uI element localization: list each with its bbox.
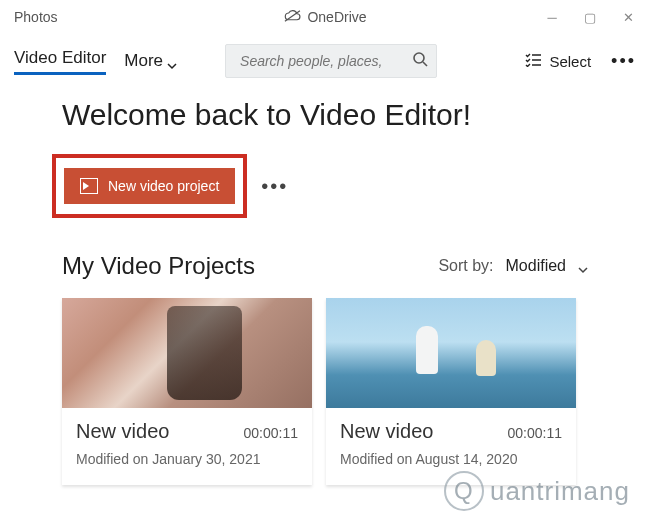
video-project-icon bbox=[80, 178, 98, 194]
project-modified: Modified on January 30, 2021 bbox=[76, 451, 298, 467]
cloud-off-icon bbox=[283, 9, 301, 26]
more-options-button[interactable]: ••• bbox=[611, 51, 636, 72]
select-list-icon bbox=[525, 53, 541, 70]
app-title: Photos bbox=[14, 9, 58, 25]
search-icon[interactable] bbox=[412, 51, 428, 71]
more-label: More bbox=[124, 51, 163, 71]
project-modified: Modified on August 14, 2020 bbox=[340, 451, 562, 467]
onedrive-status[interactable]: OneDrive bbox=[283, 9, 366, 26]
project-duration: 00:00:11 bbox=[244, 425, 299, 441]
project-title: New video bbox=[340, 420, 508, 443]
new-video-project-label: New video project bbox=[108, 178, 219, 194]
new-video-project-button[interactable]: New video project bbox=[64, 168, 235, 204]
window-controls: ─ ▢ ✕ bbox=[544, 10, 642, 25]
project-thumbnail bbox=[62, 298, 312, 408]
welcome-heading: Welcome back to Video Editor! bbox=[62, 98, 636, 132]
sort-label: Sort by: bbox=[438, 257, 493, 275]
project-title: New video bbox=[76, 420, 244, 443]
search-input[interactable] bbox=[238, 52, 412, 70]
project-duration: 00:00:11 bbox=[508, 425, 563, 441]
search-box[interactable] bbox=[225, 44, 437, 78]
sort-dropdown[interactable]: Sort by: Modified bbox=[438, 257, 588, 275]
tab-video-editor[interactable]: Video Editor bbox=[14, 48, 106, 75]
title-bar: Photos OneDrive ─ ▢ ✕ bbox=[0, 0, 650, 34]
more-menu[interactable]: More bbox=[124, 51, 177, 71]
select-button[interactable]: Select bbox=[525, 53, 591, 70]
svg-point-1 bbox=[414, 53, 424, 63]
minimize-button[interactable]: ─ bbox=[544, 10, 560, 25]
sort-value: Modified bbox=[506, 257, 566, 275]
project-options-button[interactable]: ••• bbox=[261, 175, 288, 198]
section-title: My Video Projects bbox=[62, 252, 255, 280]
project-list: New video 00:00:11 Modified on January 3… bbox=[62, 298, 636, 485]
chevron-down-icon bbox=[578, 261, 588, 271]
svg-line-2 bbox=[423, 62, 427, 66]
select-label: Select bbox=[549, 53, 591, 70]
toolbar: Video Editor More Select ••• bbox=[0, 34, 650, 94]
onedrive-label: OneDrive bbox=[307, 9, 366, 25]
project-thumbnail bbox=[326, 298, 576, 408]
chevron-down-icon bbox=[167, 56, 177, 66]
maximize-button[interactable]: ▢ bbox=[582, 10, 598, 25]
project-card[interactable]: New video 00:00:11 Modified on August 14… bbox=[326, 298, 576, 485]
new-project-highlight: New video project bbox=[52, 154, 247, 218]
project-card[interactable]: New video 00:00:11 Modified on January 3… bbox=[62, 298, 312, 485]
close-button[interactable]: ✕ bbox=[620, 10, 636, 25]
